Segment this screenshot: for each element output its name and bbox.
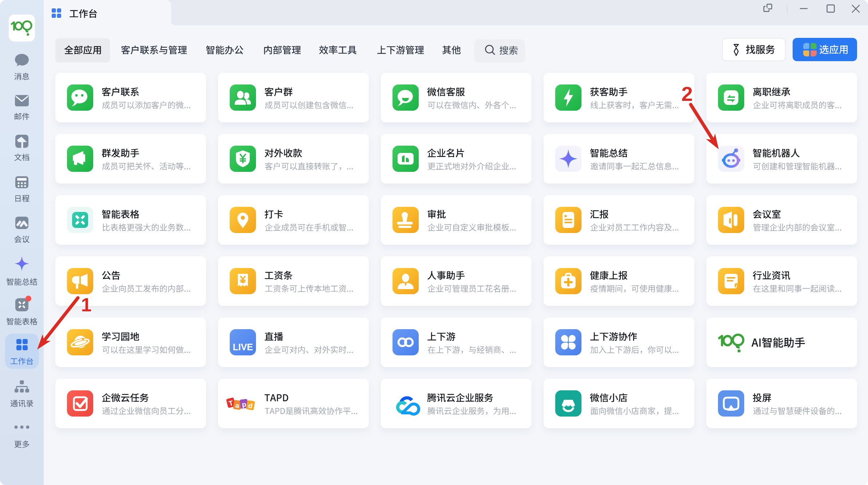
svg-text:2: 2 [681,82,693,105]
svg-text:LIVE: LIVE [233,342,253,352]
svg-text:1: 1 [81,294,92,315]
